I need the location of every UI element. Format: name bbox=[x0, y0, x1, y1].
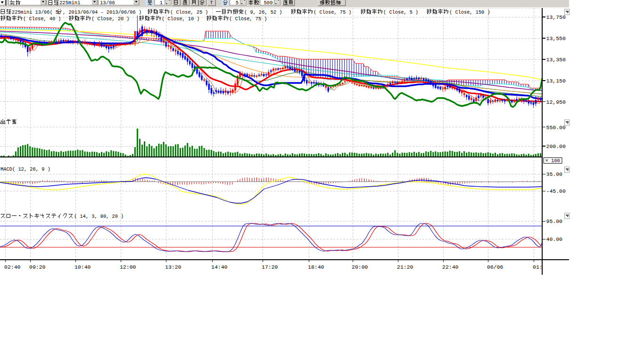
svg-text:20:00: 20:00 bbox=[352, 264, 368, 270]
svg-text:×: × bbox=[545, 158, 548, 164]
svg-text:( 14, 3, 80, 20 ): ( 14, 3, 80, 20 ) bbox=[74, 214, 124, 219]
svg-text:95.00: 95.00 bbox=[546, 218, 563, 224]
svg-text:13,750: 13,750 bbox=[546, 14, 566, 20]
svg-text:02:40: 02:40 bbox=[4, 264, 21, 270]
svg-text:09:20: 09:20 bbox=[29, 264, 46, 270]
svg-text:225mini 13/06( 5: 225mini 13/06( 5 bbox=[12, 9, 58, 15]
svg-text:( Close, 40 ): ( Close, 40 ) bbox=[23, 16, 61, 22]
svg-text:-45.00: -45.00 bbox=[546, 188, 566, 194]
svg-text:13/06: 13/06 bbox=[100, 0, 115, 6]
svg-text:200.00: 200.00 bbox=[546, 143, 566, 149]
svg-text:22:40: 22:40 bbox=[442, 264, 459, 270]
svg-text:18:40: 18:40 bbox=[308, 264, 324, 270]
svg-text:225mini: 225mini bbox=[59, 0, 81, 6]
svg-text:10:40: 10:40 bbox=[74, 264, 91, 270]
svg-text:( Close, 25 ): ( Close, 25 ) bbox=[170, 9, 208, 15]
svg-text:40.00: 40.00 bbox=[546, 236, 563, 242]
svg-text:T: T bbox=[210, 0, 213, 6]
svg-text:( Close, 20 ): ( Close, 20 ) bbox=[91, 16, 129, 22]
svg-text:13,550: 13,550 bbox=[546, 35, 566, 41]
svg-text:06/06: 06/06 bbox=[487, 264, 504, 270]
svg-text:1: 1 bbox=[160, 0, 163, 6]
svg-text:( Close, 10 ): ( Close, 10 ) bbox=[162, 16, 199, 22]
svg-text:( Close, 75 ): ( Close, 75 ) bbox=[229, 16, 267, 22]
svg-text:( 9, 26, 52 ): ( 9, 26, 52 ) bbox=[244, 9, 282, 15]
svg-text:35.00: 35.00 bbox=[546, 171, 563, 177]
svg-text:12,950: 12,950 bbox=[546, 99, 566, 105]
svg-text:12:00: 12:00 bbox=[120, 264, 136, 270]
svg-text:550.00: 550.00 bbox=[546, 124, 566, 131]
svg-text:17:20: 17:20 bbox=[262, 264, 278, 270]
svg-text:( Close, 150 ): ( Close, 150 ) bbox=[449, 9, 490, 15]
svg-text:13,350: 13,350 bbox=[546, 57, 566, 63]
svg-text:, 2013/06/04 - 2013/06/06 ): , 2013/06/04 - 2013/06/06 ) bbox=[63, 9, 141, 15]
svg-text:13:20: 13:20 bbox=[165, 264, 182, 270]
svg-text:500: 500 bbox=[264, 0, 272, 6]
svg-text:14:40: 14:40 bbox=[211, 264, 228, 270]
svg-text:5: 5 bbox=[236, 0, 239, 6]
svg-text:( Close, 75 ): ( Close, 75 ) bbox=[314, 9, 351, 15]
svg-text:100: 100 bbox=[551, 158, 560, 164]
svg-text:( Close, 5 ): ( Close, 5 ) bbox=[383, 9, 418, 15]
svg-text:MACD( 12, 26, 9 ): MACD( 12, 26, 9 ) bbox=[0, 166, 50, 172]
svg-text:13,150: 13,150 bbox=[546, 78, 566, 84]
svg-text:21:20: 21:20 bbox=[397, 264, 413, 270]
svg-text:01:: 01: bbox=[533, 264, 543, 270]
